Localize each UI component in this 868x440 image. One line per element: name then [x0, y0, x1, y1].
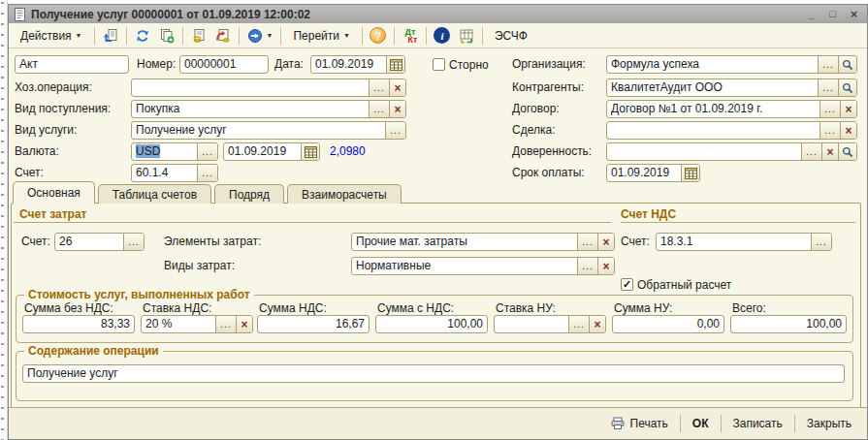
operation-input[interactable]: [132, 79, 369, 96]
close-icon[interactable]: ×: [846, 7, 862, 21]
clear-icon[interactable]: ×: [840, 122, 856, 139]
ellipsis-icon[interactable]: ...: [801, 143, 821, 160]
help-icon[interactable]: ?: [368, 25, 389, 47]
ellipsis-icon[interactable]: ...: [820, 101, 840, 117]
ellipsis-icon[interactable]: ...: [123, 234, 144, 250]
sum-no-vat-input[interactable]: 83,33: [23, 316, 134, 332]
clear-icon[interactable]: ×: [389, 79, 405, 96]
organization-input[interactable]: Формула успеха: [607, 56, 818, 73]
total-input[interactable]: 100,00: [731, 316, 846, 332]
calendar-icon[interactable]: [681, 165, 699, 181]
cost-account-input[interactable]: 26: [55, 234, 123, 250]
vat-sum-field: 16,67: [257, 315, 370, 333]
ellipsis-icon[interactable]: ...: [577, 258, 597, 274]
unpost-document-icon[interactable]: [212, 25, 234, 47]
contractors-label: Контрагенты:: [512, 79, 584, 97]
maximize-icon[interactable]: □: [824, 7, 841, 21]
tab-subcontract[interactable]: Подряд: [214, 184, 284, 204]
ellipsis-icon[interactable]: ...: [568, 316, 589, 332]
storno-checkbox[interactable]: [433, 58, 445, 71]
ellipsis-icon[interactable]: ...: [818, 56, 838, 73]
contract-input[interactable]: Договор №1 от 01.09.2019 г.: [607, 101, 820, 117]
vat-rate-field: 20 % ... ×: [141, 315, 253, 333]
operation-content-groupbox: Содержание операции Получение услуг: [16, 351, 853, 401]
copy-icon[interactable]: [156, 25, 177, 47]
vat-sum-input[interactable]: 16,67: [258, 316, 369, 332]
refresh-icon[interactable]: [132, 25, 153, 47]
clear-icon[interactable]: ×: [589, 316, 605, 332]
number-input[interactable]: 00000001: [180, 56, 268, 73]
window-titlebar[interactable]: Получение услуг 00000001 от 01.09.2019 1…: [9, 5, 867, 23]
clear-icon[interactable]: ×: [821, 143, 838, 160]
vat-rate-input[interactable]: 20 %: [142, 316, 215, 332]
currency-date-input[interactable]: 01.09.2019: [224, 143, 301, 160]
ellipsis-icon[interactable]: ...: [818, 79, 838, 96]
create-based-on-button[interactable]: ▼: [244, 25, 276, 46]
clear-icon[interactable]: ×: [840, 101, 856, 117]
clear-icon[interactable]: ×: [236, 316, 252, 332]
tab-main[interactable]: Основная: [13, 181, 95, 204]
receipt-type-label: Вид поступления:: [15, 100, 111, 118]
reread-icon[interactable]: [100, 25, 121, 47]
ok-label: ОК: [692, 417, 709, 430]
cost-elements-input[interactable]: Прочие мат. затраты: [352, 234, 577, 250]
post-document-icon[interactable]: [188, 25, 209, 47]
reverse-calc-label: Обратный расчет: [637, 278, 731, 292]
close-button[interactable]: Закрыть: [801, 415, 857, 432]
toolbar-separator: [394, 27, 395, 45]
clear-icon[interactable]: ×: [389, 101, 405, 117]
ellipsis-icon[interactable]: ...: [215, 316, 236, 332]
save-button[interactable]: Записать: [727, 415, 788, 432]
ellipsis-icon[interactable]: ...: [197, 165, 217, 181]
reverse-calc-checkbox[interactable]: ✓: [621, 278, 633, 291]
cost-kinds-label: Виды затрат:: [164, 257, 235, 275]
print-button[interactable]: Печать: [604, 415, 674, 432]
goto-menu-button[interactable]: Перейти ▼: [286, 25, 357, 46]
vat-account-field: 18.3.1 ...: [656, 233, 832, 251]
proxy-input[interactable]: [607, 143, 801, 160]
ellipsis-icon[interactable]: ...: [385, 122, 405, 139]
info-icon[interactable]: i: [432, 25, 453, 47]
ellipsis-icon[interactable]: ...: [369, 79, 389, 96]
lookup-icon[interactable]: [838, 79, 856, 96]
ellipsis-icon[interactable]: ...: [820, 122, 840, 139]
nu-sum-input[interactable]: 0,00: [613, 316, 723, 332]
operation-content-input[interactable]: Получение услуг: [23, 365, 844, 382]
dropdown-arrow-icon: ▼: [267, 32, 273, 39]
clear-icon[interactable]: ×: [597, 258, 614, 274]
ellipsis-icon[interactable]: ...: [811, 234, 831, 250]
currency-input[interactable]: USD: [132, 143, 197, 160]
clear-icon[interactable]: ×: [597, 234, 614, 250]
deal-input[interactable]: [607, 122, 820, 139]
sum-with-vat-input[interactable]: 100,00: [376, 316, 487, 332]
report-icon[interactable]: [456, 25, 477, 47]
contractors-input[interactable]: КвалитетАудит ООО: [607, 79, 818, 96]
actions-menu-button[interactable]: Действия ▼: [14, 25, 89, 46]
vat-account-input[interactable]: 18.3.1: [657, 234, 811, 250]
contractors-field: КвалитетАудит ООО ...: [606, 79, 857, 97]
lookup-icon[interactable]: [838, 143, 856, 160]
tab-mutual-settlements[interactable]: Взаиморасчеты: [287, 184, 402, 204]
calendar-icon[interactable]: [301, 143, 319, 160]
account-input[interactable]: 60.1.4: [132, 165, 197, 181]
contract-label: Договор:: [512, 100, 560, 118]
payment-due-input[interactable]: 01.09.2019: [607, 165, 681, 181]
nu-rate-input[interactable]: [495, 316, 568, 332]
doc-type-input[interactable]: Акт: [16, 56, 128, 73]
service-kind-input[interactable]: Получение услуг: [132, 122, 385, 139]
eschf-button[interactable]: ЭСЧФ: [488, 25, 534, 46]
tab-accounts-table[interactable]: Таблица счетов: [98, 184, 211, 204]
calendar-icon[interactable]: [386, 56, 404, 73]
receipt-type-input[interactable]: Покупка: [132, 101, 369, 117]
date-input[interactable]: 01.09.2019: [311, 56, 386, 73]
nu-sum-field: 0,00: [612, 315, 724, 333]
cost-kinds-input[interactable]: Нормативные: [352, 258, 577, 274]
ellipsis-icon[interactable]: ...: [369, 101, 389, 117]
ellipsis-icon[interactable]: ...: [197, 143, 217, 160]
minimize-icon[interactable]: _: [803, 7, 820, 21]
ok-button[interactable]: ОК: [687, 415, 715, 432]
lookup-icon[interactable]: [838, 56, 856, 73]
ellipsis-icon[interactable]: ...: [577, 234, 597, 250]
footer-separator: [794, 415, 795, 432]
dt-kt-postings-icon[interactable]: Дт Кт: [400, 25, 421, 47]
